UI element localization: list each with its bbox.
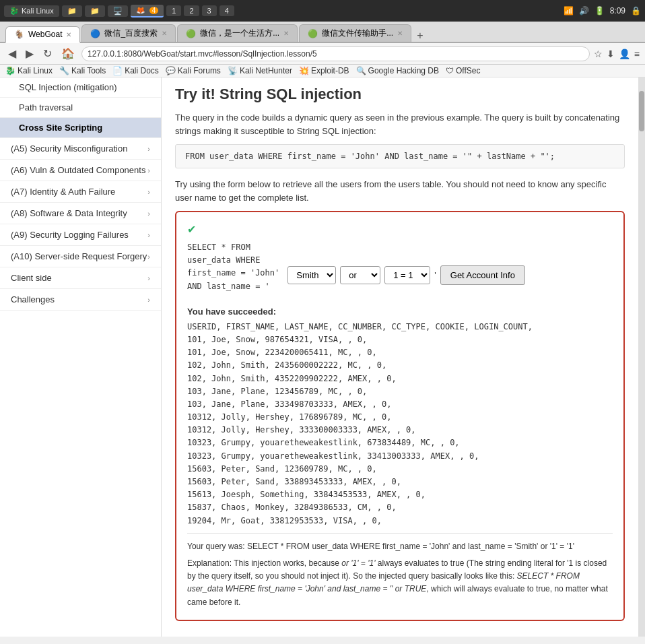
bm-kali-tools[interactable]: 🔧 Kali Tools bbox=[59, 66, 106, 75]
bookmark-icon[interactable]: ☆ bbox=[594, 49, 603, 59]
taskbar-files2[interactable]: 📁 bbox=[85, 5, 105, 17]
taskbar-files[interactable]: 📁 bbox=[62, 5, 82, 17]
sidebar-item-xss[interactable]: Cross Site Scripting bbox=[0, 118, 161, 138]
tab-wechat-search-close[interactable]: ✕ bbox=[162, 30, 167, 37]
tab-wechat3[interactable]: 🟢 微信文件传输助手... ✕ bbox=[299, 24, 411, 42]
download-icon[interactable]: ⬇ bbox=[607, 49, 615, 59]
taskbar-num2[interactable]: 2 bbox=[184, 5, 199, 16]
tab-wechat3-close[interactable]: ✕ bbox=[397, 30, 403, 37]
result-line: 102, John, Smith, 4352209902222, AMEX, ,… bbox=[187, 373, 613, 385]
sidebar-item-a9[interactable]: (A9) Security Logging Failures › bbox=[0, 224, 161, 246]
taskbar-num3[interactable]: 3 bbox=[202, 5, 217, 16]
address-input[interactable] bbox=[81, 46, 590, 61]
explanation-box: Your query was: SELECT * FROM user_data … bbox=[187, 533, 613, 609]
taskbar-firefox[interactable]: 🦊 4 bbox=[131, 5, 164, 18]
bookmarks-bar: 🐉 Kali Linux 🔧 Kali Tools 📄 Kali Docs 💬 … bbox=[0, 65, 645, 77]
bm-kali-linux[interactable]: 🐉 Kali Linux bbox=[5, 66, 53, 75]
back-button[interactable]: ◀ bbox=[5, 46, 19, 61]
tick-char: ' bbox=[434, 270, 436, 280]
code-block: FROM user_data WHERE first_name = 'John'… bbox=[175, 144, 625, 168]
chevron-right-icon: › bbox=[147, 231, 150, 239]
main-layout: SQL Injection (mitigation) Path traversa… bbox=[0, 77, 645, 637]
query-text: SELECT * FROM user_data WHERE first_name… bbox=[187, 241, 279, 293]
result-line: 15613, Joesph, Something, 33843453533, A… bbox=[187, 488, 613, 501]
result-line: 15837, Chaos, Monkey, 32849386533, CM, ,… bbox=[187, 501, 613, 514]
result-line: 103, Jane, Plane, 123456789, MC, , 0, bbox=[187, 385, 613, 398]
sidebar-item-a10[interactable]: (A10) Server-side Request Forgery › bbox=[0, 246, 161, 267]
chevron-right-icon: › bbox=[147, 166, 150, 174]
result-line: 10323, Grumpy, youaretheweakestlink, 334… bbox=[187, 450, 613, 463]
result-line: 15603, Peter, Sand, 338893453333, AMEX, … bbox=[187, 476, 613, 488]
result-line: 10312, Jolly, Hershey, 333300003333, AME… bbox=[187, 424, 613, 437]
sidebar-item-client-side[interactable]: Client side › bbox=[0, 267, 161, 289]
chevron-right-icon: › bbox=[147, 188, 150, 196]
result-line: 10312, Jolly, Hershey, 176896789, MC, , … bbox=[187, 411, 613, 424]
sidebar-item-a8[interactable]: (A8) Software & Data Integrity › bbox=[0, 203, 161, 224]
vertical-scrollbar[interactable] bbox=[638, 77, 645, 637]
tab-wechat2-close[interactable]: ✕ bbox=[283, 30, 289, 37]
description-1: The query in the code builds a dynamic q… bbox=[175, 111, 625, 137]
tab-wechat-search-label: 微信_百度搜索 bbox=[104, 28, 158, 39]
injection-form-row: Smith Plane Snow or and 1 = 1 1 = 2 ' bbox=[287, 265, 525, 285]
bm-kali-docs[interactable]: 📄 Kali Docs bbox=[112, 66, 159, 75]
sidebar-item-a5[interactable]: (A5) Security Misconfiguration › bbox=[0, 138, 161, 160]
forward-button[interactable]: ▶ bbox=[23, 46, 36, 61]
reload-button[interactable]: ↻ bbox=[40, 46, 55, 61]
tab-wechat-search-icon: 🔵 bbox=[90, 29, 100, 38]
chevron-right-icon: › bbox=[147, 253, 150, 261]
tab-webgoat-icon: 🐐 bbox=[14, 30, 24, 39]
kali-icon: 🐉 bbox=[9, 7, 19, 15]
new-tab-button[interactable]: + bbox=[413, 30, 427, 42]
result-line: 101, Joe, Snow, 2234200065411, MC, , 0, bbox=[187, 346, 613, 359]
tab-wechat-search[interactable]: 🔵 微信_百度搜索 ✕ bbox=[81, 24, 176, 42]
menu-icon[interactable]: ≡ bbox=[634, 49, 640, 59]
sidebar-item-path-traversal[interactable]: Path traversal bbox=[0, 98, 161, 118]
chevron-right-icon: › bbox=[147, 145, 150, 153]
taskbar-terminal[interactable]: 🖥️ bbox=[108, 5, 128, 17]
tab-wechat3-icon: 🟢 bbox=[308, 29, 318, 38]
operator-select[interactable]: or and bbox=[340, 266, 380, 284]
tab-bar: 🐐 WebGoat ✕ 🔵 微信_百度搜索 ✕ 🟢 微信，是一个生活方... ✕… bbox=[0, 22, 645, 43]
taskbar-num1[interactable]: 1 bbox=[166, 5, 181, 16]
home-button[interactable]: 🏠 bbox=[59, 46, 77, 61]
query-was-text: Your query was: SELECT * FROM user_data … bbox=[187, 540, 613, 553]
system-time: 8:09 bbox=[610, 6, 625, 15]
bm-nethunter[interactable]: 📡 Kali NetHunter bbox=[228, 66, 292, 75]
content-area: Try it! String SQL injection The query i… bbox=[162, 77, 638, 637]
result-line: 102, John, Smith, 2435600002222, MC, , 0… bbox=[187, 359, 613, 372]
chevron-right-icon: › bbox=[147, 210, 150, 218]
tab-wechat2-icon: 🟢 bbox=[186, 29, 196, 38]
sidebar-item-a7[interactable]: (A7) Identity & Auth Failure › bbox=[0, 181, 161, 203]
bm-exploitdb[interactable]: 💥 Exploit-DB bbox=[299, 66, 349, 75]
taskbar-num4[interactable]: 4 bbox=[219, 5, 234, 16]
tab-webgoat-label: WebGoat bbox=[28, 30, 62, 39]
result-line: 15603, Peter, Sand, 123609789, MC, , 0, bbox=[187, 463, 613, 476]
sidebar-item-sql-mitigation[interactable]: SQL Injection (mitigation) bbox=[0, 77, 161, 98]
tab-wechat2[interactable]: 🟢 微信，是一个生活方... ✕ bbox=[177, 24, 298, 42]
tab-wechat2-label: 微信，是一个生活方... bbox=[200, 28, 279, 39]
sidebar-item-a6[interactable]: (A6) Vuln & Outdated Components › bbox=[0, 160, 161, 181]
tab-webgoat-close[interactable]: ✕ bbox=[66, 31, 71, 38]
sidebar-item-challenges[interactable]: Challenges › bbox=[0, 289, 161, 311]
tab-webgoat[interactable]: 🐐 WebGoat ✕ bbox=[5, 26, 80, 43]
scrollbar-thumb[interactable] bbox=[639, 91, 644, 131]
address-bar: ◀ ▶ ↻ 🏠 ☆ ⬇ 👤 ≡ bbox=[0, 43, 645, 65]
results-text: USERID, FIRST_NAME, LAST_NAME, CC_NUMBER… bbox=[187, 321, 613, 527]
bm-ghdb[interactable]: 🔍 Google Hacking DB bbox=[356, 66, 439, 75]
result-line: 103, Jane, Plane, 333498703333, AMEX, , … bbox=[187, 398, 613, 411]
get-account-info-button[interactable]: Get Account Info bbox=[440, 265, 525, 285]
taskbar: 🐉 Kali Linux 📁 📁 🖥️ 🦊 4 1 2 3 4 📶 🔊 🔋 8:… bbox=[0, 0, 645, 22]
condition-select[interactable]: 1 = 1 1 = 2 bbox=[384, 266, 430, 284]
chevron-right-icon: › bbox=[147, 296, 150, 304]
name-select[interactable]: Smith Plane Snow bbox=[287, 266, 336, 284]
form-box: ✔ SELECT * FROM user_data WHERE first_na… bbox=[175, 211, 625, 621]
result-line: 10323, Grumpy, youaretheweakestlink, 673… bbox=[187, 437, 613, 449]
checkmark-icon: ✔ bbox=[187, 223, 613, 236]
bm-kali-forums[interactable]: 💬 Kali Forums bbox=[166, 66, 221, 75]
profile-icon[interactable]: 👤 bbox=[619, 49, 630, 59]
chevron-right-icon: › bbox=[147, 274, 150, 282]
bm-offsec[interactable]: 🛡 OffSec bbox=[446, 66, 480, 75]
sidebar: SQL Injection (mitigation) Path traversa… bbox=[0, 77, 162, 637]
description-2: Try using the form below to retrieve all… bbox=[175, 178, 625, 204]
taskbar-kali[interactable]: 🐉 Kali Linux bbox=[4, 5, 59, 17]
